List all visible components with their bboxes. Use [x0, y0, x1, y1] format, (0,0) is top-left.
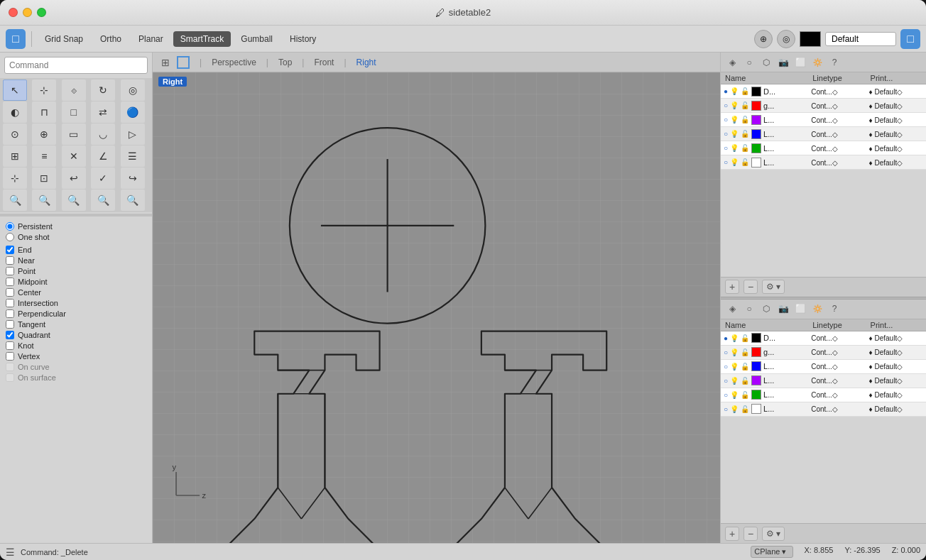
layer-color-swatch[interactable]: [751, 158, 761, 168]
history-button[interactable]: History: [283, 31, 323, 47]
half-circle-tool[interactable]: ◐: [3, 101, 27, 123]
grid-snap-button[interactable]: Grid Snap: [38, 31, 90, 47]
circle-tool[interactable]: ◎: [121, 79, 145, 101]
lock-icon[interactable]: ○: [742, 55, 756, 70]
cplane-indicator[interactable]: CPlane ▾: [751, 546, 792, 558]
layer-color-swatch[interactable]: [751, 375, 761, 385]
add-layer-btn[interactable]: +: [725, 280, 739, 294]
layer-color-swatch[interactable]: [751, 143, 761, 153]
help-icon-bottom[interactable]: ?: [827, 302, 841, 316]
smarttrack-button[interactable]: SmartTrack: [173, 31, 232, 47]
table-row[interactable]: ○ 💡 🔓 L... Cont...◇♦ Default◇: [721, 127, 926, 141]
intersection-checkbox[interactable]: [6, 299, 14, 307]
add-layer-btn-b[interactable]: +: [725, 527, 739, 541]
help-icon-top[interactable]: ?: [827, 55, 841, 70]
rotate-tool[interactable]: ↻: [91, 79, 115, 101]
knot-checkbox[interactable]: [6, 341, 14, 350]
zoom3-tool[interactable]: 🔍: [62, 190, 86, 211]
right-panel-toggle[interactable]: □: [900, 29, 920, 49]
viewport-canvas[interactable]: Right: [153, 72, 720, 543]
cube-icon-b[interactable]: ⬡: [759, 302, 773, 316]
layer-color-swatch[interactable]: [751, 390, 761, 400]
undo-tool[interactable]: ↩: [62, 168, 86, 189]
vertex-checkbox[interactable]: [6, 352, 14, 361]
table-row[interactable]: ○ 💡 🔓 g... Cont...◇♦ Default◇: [721, 99, 926, 113]
viewport-single-icon[interactable]: [177, 56, 190, 69]
quadrant-snap[interactable]: Quadrant: [6, 331, 146, 339]
gumball-button[interactable]: Gumball: [234, 31, 280, 47]
point-snap[interactable]: Point: [6, 267, 146, 275]
persistent-option[interactable]: Persistent: [6, 222, 146, 231]
table-row[interactable]: ○ 💡 🔓 L... Cont...◇♦ Default◇: [721, 113, 926, 127]
center-checkbox[interactable]: [6, 288, 14, 297]
render-icon[interactable]: ⬜: [793, 55, 807, 70]
curve-tool[interactable]: ⟐: [62, 79, 86, 101]
table-row[interactable]: ○ 💡 🔓 g... Cont...◇♦ Default◇: [721, 345, 926, 359]
table-row[interactable]: ● 💡 🔓 D... Cont...◇♦ Default◇: [721, 84, 926, 99]
layer-color-swatch[interactable]: [751, 347, 761, 357]
target-icon[interactable]: ⊕: [754, 30, 773, 48]
redo-tool[interactable]: ↪: [121, 168, 145, 189]
tangent-checkbox[interactable]: [6, 320, 14, 329]
left-panel-toggle[interactable]: □: [6, 29, 26, 49]
persistent-radio[interactable]: [6, 222, 14, 231]
dot2-tool[interactable]: ⊡: [32, 168, 56, 189]
end-checkbox[interactable]: [6, 246, 14, 254]
right-tab[interactable]: Right: [351, 56, 382, 69]
minimize-button[interactable]: [23, 8, 32, 17]
ring-tool[interactable]: ⊙: [3, 123, 27, 145]
play-tool[interactable]: ▷: [121, 123, 145, 145]
cube-icon[interactable]: ⬡: [759, 55, 773, 70]
cross-tool[interactable]: ✕: [62, 146, 86, 167]
plane-tool[interactable]: ▭: [62, 123, 86, 145]
close-button[interactable]: [9, 8, 18, 17]
arc-tool[interactable]: ◡: [91, 123, 115, 145]
sphere-tool[interactable]: 🔵: [121, 101, 145, 123]
perpendicular-snap[interactable]: Perpendicular: [6, 309, 146, 318]
display-mode-dropdown[interactable]: Default: [825, 32, 896, 46]
list-tool[interactable]: ☰: [121, 146, 145, 167]
table-row[interactable]: ○ 💡 🔓 L... Cont...◇♦ Default◇: [721, 373, 926, 388]
center-snap[interactable]: Center: [6, 288, 146, 297]
oneshot-option[interactable]: One shot: [6, 233, 146, 241]
rect-tool[interactable]: ⊓: [32, 101, 56, 123]
color-picker-box[interactable]: [800, 31, 821, 47]
ortho-button[interactable]: Ortho: [93, 31, 129, 47]
render-icon-b[interactable]: ⬜: [793, 302, 807, 316]
grid-tool[interactable]: ⊞: [3, 146, 27, 167]
check-tool[interactable]: ✓: [91, 168, 115, 189]
settings-gear-btn[interactable]: ⚙ ▾: [762, 280, 785, 294]
lock-icon-b[interactable]: ○: [742, 302, 756, 316]
table-row[interactable]: ○ 💡 🔓 L... Cont...◇♦ Default◇: [721, 388, 926, 402]
quadrant-checkbox[interactable]: [6, 331, 14, 339]
point-tool[interactable]: ⊹: [32, 79, 56, 101]
zoom2-tool[interactable]: 🔍: [32, 190, 56, 211]
tangent-snap[interactable]: Tangent: [6, 320, 146, 329]
layer-color-swatch[interactable]: [751, 361, 761, 371]
top-tab[interactable]: Top: [273, 56, 298, 69]
perspective-tab[interactable]: Perspective: [206, 56, 262, 69]
table-row[interactable]: ○ 💡 🔓 L... Cont...◇♦ Default◇: [721, 155, 926, 170]
status-menu-icon[interactable]: ☰: [6, 547, 15, 558]
lines-tool[interactable]: ≡: [32, 146, 56, 167]
sun-icon[interactable]: 🔅: [810, 55, 824, 70]
layer-color-swatch[interactable]: [751, 404, 761, 414]
vertex-snap[interactable]: Vertex: [6, 352, 146, 361]
near-checkbox[interactable]: [6, 256, 14, 265]
camera-icon-b[interactable]: 📷: [776, 302, 790, 316]
sun-icon-b[interactable]: 🔅: [810, 302, 824, 316]
zoom5-tool[interactable]: 🔍: [121, 190, 145, 211]
layer-color-swatch[interactable]: [751, 129, 761, 139]
zoom-tool[interactable]: 🔍: [3, 190, 27, 211]
front-tab[interactable]: Front: [308, 56, 339, 69]
layer-color-swatch[interactable]: [751, 101, 761, 111]
knot-snap[interactable]: Knot: [6, 341, 146, 350]
end-snap[interactable]: End: [6, 246, 146, 254]
settings-gear-btn-b[interactable]: ⚙ ▾: [762, 527, 785, 541]
box-tool[interactable]: □: [62, 101, 86, 123]
add-tool[interactable]: ⊕: [32, 123, 56, 145]
table-row[interactable]: ● 💡 🔓 D... Cont...◇♦ Default◇: [721, 331, 926, 345]
circle-target-icon[interactable]: ◎: [777, 30, 795, 48]
remove-layer-btn-b[interactable]: −: [743, 527, 758, 541]
midpoint-checkbox[interactable]: [6, 278, 14, 286]
